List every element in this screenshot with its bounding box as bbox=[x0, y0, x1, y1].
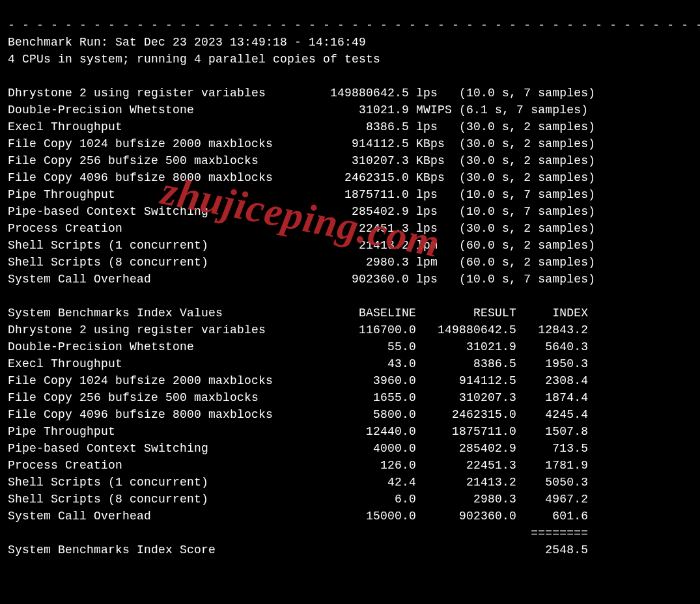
cpu-header-line: 4 CPUs in system; running 4 parallel cop… bbox=[8, 53, 380, 66]
results-block: Dhrystone 2 using register variables 149… bbox=[8, 87, 595, 286]
run-header-line: Benchmark Run: Sat Dec 23 2023 13:49:18 … bbox=[8, 36, 366, 49]
terminal-output: - - - - - - - - - - - - - - - - - - - - … bbox=[0, 0, 700, 558]
index-table-block: System Benchmarks Index Values BASELINE … bbox=[8, 307, 588, 556]
separator-line: - - - - - - - - - - - - - - - - - - - - … bbox=[8, 19, 700, 32]
